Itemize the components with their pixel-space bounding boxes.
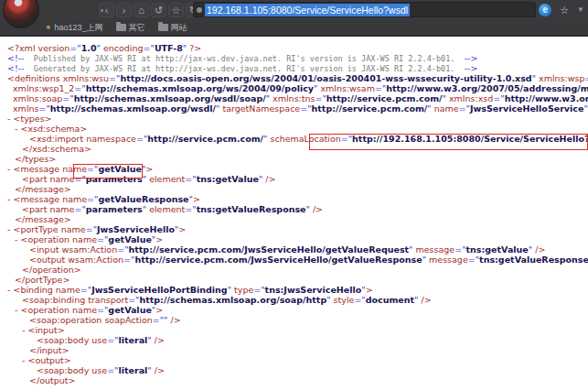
bookmark-label: 其它	[129, 22, 145, 34]
xml-line: <part name="parameters" element="tns:get…	[0, 204, 588, 214]
xml-line: <?xml version="1.0" encoding="UTF-8" ?>	[0, 43, 588, 53]
bookmark-folder-sites[interactable]: 网站	[154, 21, 192, 34]
xml-line: - <types>	[0, 114, 588, 124]
xml-line: </portType>	[0, 275, 588, 285]
browser-toolbar: ‹ › ⌂ ↺ ☆ ↻ 192.168.1.105:8080/Service/S…	[0, 0, 588, 20]
xml-document: <?xml version="1.0" encoding="UTF-8" ?><…	[0, 37, 588, 390]
back-dropdown-dot-icon	[101, 9, 103, 12]
forward-button[interactable]: ›	[116, 3, 132, 17]
ie-compat-icon[interactable]: e	[539, 4, 551, 16]
browser-window: ‹ › ⌂ ↺ ☆ ↻ 192.168.1.105:8080/Service/S…	[0, 0, 588, 390]
xml-line: </message>	[0, 214, 588, 224]
xml-line: <part name="parameters" element="tns:get…	[0, 174, 588, 184]
folder-icon	[158, 24, 168, 31]
xml-line: <output wsam:Action="http://service.pcm.…	[0, 255, 588, 265]
xml-line: <soap:body use="literal" />	[0, 335, 588, 345]
home-button[interactable]: ⌂	[134, 3, 149, 17]
xml-line: <soap:operation soapAction="" />	[0, 315, 588, 325]
toolbar-right-group: e ☆ ▼	[539, 2, 584, 18]
back-icon: ‹	[105, 5, 109, 16]
forward-icon: ›	[123, 5, 126, 16]
xml-line: - <message name="getValueResponse">	[0, 194, 588, 204]
xml-line: <input wsam:Action="http://service.pcm.c…	[0, 244, 588, 255]
xml-line: - <binding name="JwsServiceHelloPortBind…	[0, 285, 588, 295]
address-bar[interactable]: 192.168.1.105:8080/Service/ServiceHello?…	[193, 2, 536, 17]
xml-line: </types>	[0, 154, 588, 164]
history-icon: ↺	[155, 5, 163, 16]
bookmark-label: 网站	[171, 22, 187, 34]
page-icon	[197, 7, 202, 13]
bookmark-star-icon[interactable]: ☆	[560, 4, 569, 16]
xml-line: - <output>	[0, 355, 588, 365]
xml-line: </xsd:schema>	[0, 144, 588, 154]
xml-line: - <operation name="getValue">	[0, 305, 588, 315]
star-icon: ☆	[172, 5, 181, 16]
xml-line: <!-- Generated by JAX-WS RI at http://ja…	[0, 63, 588, 73]
bookmarks-bar: ✶ hao123_上网 其它 网站	[0, 20, 588, 37]
bookmark-label: hao123_上网	[55, 22, 103, 34]
address-input[interactable]: 192.168.1.105:8080/Service/ServiceHello?…	[205, 4, 410, 16]
xml-line: <soap:body use="literal" />	[0, 365, 588, 375]
favorite-button[interactable]: ☆	[168, 3, 184, 17]
xml-line: </message>	[0, 184, 588, 194]
xml-line: - <message name="getValue">	[0, 164, 588, 174]
xml-line: - <operation name="getValue">	[0, 234, 588, 244]
nav-button-group: ‹ › ⌂ ↺ ☆ ↻	[99, 2, 201, 18]
home-icon: ⌂	[138, 5, 144, 16]
folder-icon	[116, 24, 126, 31]
bookmark-hao123[interactable]: ✶ hao123_上网	[40, 21, 108, 34]
xml-line: <xsd:import namespace="http://service.pc…	[0, 134, 588, 144]
xml-line: <definitions xmlns:wsu="http://docs.oasi…	[0, 73, 588, 83]
xml-line: </input>	[0, 345, 588, 355]
xml-line: </output>	[0, 375, 588, 385]
xml-line: - <portType name="JwsServiceHello">	[0, 224, 588, 234]
bookmark-folder-other[interactable]: 其它	[112, 21, 150, 34]
xml-line: - <xsd:schema>	[0, 124, 588, 134]
xml-line: xmlns:soap="http://schemas.xmlsoap.org/w…	[0, 93, 588, 103]
xml-line: xmlns:wsp1_2="http://schemas.xmlsoap.org…	[0, 83, 588, 93]
xml-line: </operation>	[0, 265, 588, 275]
hao123-favicon-icon: ✶	[45, 23, 52, 32]
xml-line: <soap:binding transport="http://schemas.…	[0, 295, 588, 305]
xml-line: <!-- Published by JAX-WS RI at http://ja…	[0, 53, 588, 63]
xml-line: xmlns="http://schemas.xmlsoap.org/wsdl/"…	[0, 103, 588, 114]
back-button[interactable]: ‹	[99, 3, 114, 17]
xml-line: - <input>	[0, 325, 588, 335]
history-button[interactable]: ↺	[151, 3, 166, 17]
dropdown-caret-icon[interactable]: ▼	[577, 4, 584, 16]
